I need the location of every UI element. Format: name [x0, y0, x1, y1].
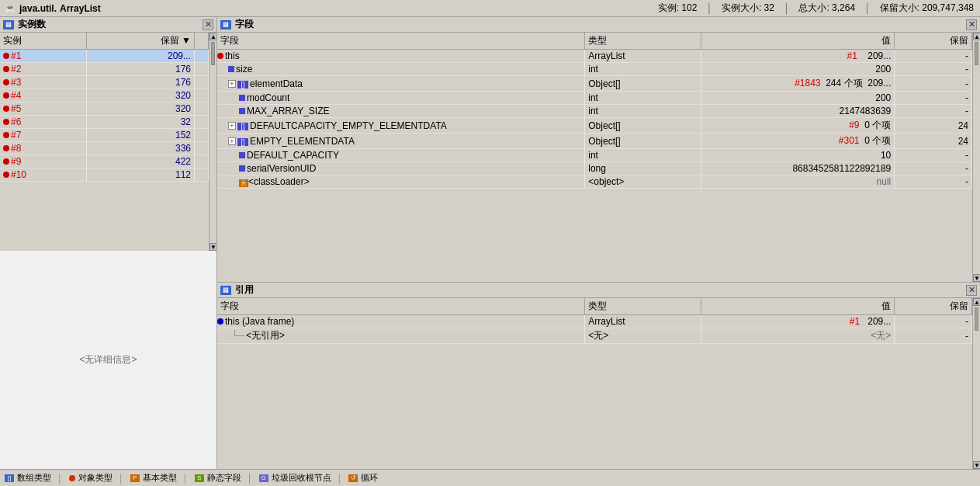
instance-row[interactable]: #10 112: [0, 168, 209, 182]
field-retained: 24: [895, 134, 972, 149]
field-retained: -: [895, 162, 972, 175]
field-name: +[]elementData: [217, 76, 585, 92]
inst-dot-icon: [3, 53, 9, 59]
field-value: 200: [701, 92, 894, 105]
ref-row[interactable]: └─<无引用> <无> <无> -: [217, 328, 972, 344]
field-row[interactable]: modCount int 200 -: [217, 92, 972, 105]
field-row[interactable]: +[]EMPTY_ELEMENTDATA Object[] #301 0 个项 …: [217, 134, 972, 149]
object-type-icon: [69, 475, 75, 481]
no-detail-text: <无详细信息>: [79, 353, 137, 366]
instance-row[interactable]: #2 176: [0, 63, 209, 76]
inst-dot-icon: [3, 132, 9, 138]
inst-col-icon: [195, 116, 209, 129]
field-scroll-down[interactable]: ▼: [973, 274, 980, 282]
field-panel-icon: ▤: [220, 20, 231, 30]
scroll-thumb[interactable]: [211, 42, 215, 65]
stat-total-size: 总大小: 3,264: [798, 2, 855, 15]
instance-row[interactable]: #1 209...: [0, 50, 209, 63]
field-type: int: [585, 63, 701, 76]
gc-root-icon: G: [259, 474, 268, 482]
expand-button[interactable]: +: [228, 137, 236, 145]
inst-id: #4: [0, 89, 86, 102]
instance-row[interactable]: #6 32: [0, 116, 209, 129]
inst-dot-icon: [3, 158, 9, 165]
field-scroll-track: [973, 67, 980, 274]
instance-row[interactable]: #5 320: [0, 102, 209, 116]
inst-dot-icon: [3, 119, 9, 125]
inst-col-icon: [195, 102, 209, 116]
field-type: int: [585, 92, 701, 105]
scroll-down[interactable]: ▼: [210, 243, 216, 251]
inst-retained: 176: [86, 76, 194, 89]
stat-retained-size: 保留大小: 209,747,348: [880, 2, 974, 15]
instance-row[interactable]: #9 422: [0, 155, 209, 168]
field-type: int: [585, 105, 701, 118]
ref-scrollbar[interactable]: ▲ ▼: [972, 298, 980, 469]
instance-row[interactable]: #3 176: [0, 76, 209, 89]
field-row[interactable]: +[]elementData Object[] #1843 244 个项 209…: [217, 76, 972, 92]
ref-col-name: 字段: [217, 298, 585, 315]
field-value: #301 0 个项: [701, 134, 894, 149]
inst-col-icon: [195, 50, 209, 63]
instance-panel-close[interactable]: ✕: [203, 19, 213, 30]
inst-col-icon: [195, 76, 209, 89]
field-scroll-up[interactable]: ▲: [973, 33, 980, 40]
status-bar: [] 数组类型 │ 对象类型 │ P 基本类型 │ S 静态字段 │ G 垃圾回…: [0, 469, 980, 486]
ref-scroll-thumb[interactable]: [975, 307, 978, 331]
field-arr-icon: []: [237, 81, 248, 89]
field-row[interactable]: MAX_ARRAY_SIZE int 2147483639 -: [217, 105, 972, 118]
expand-button[interactable]: +: [228, 80, 236, 88]
inst-id: #10: [0, 168, 86, 182]
cycle-icon: ↺: [348, 474, 358, 482]
ref-value: <无>: [701, 328, 894, 344]
field-row[interactable]: +[]DEFAULTCAPACITY_EMPTY_ELEMENTDATA Obj…: [217, 118, 972, 134]
ref-col-value: 值: [701, 298, 894, 315]
instance-panel-label: 实例数: [18, 18, 46, 31]
inst-retained: 422: [86, 155, 194, 168]
instance-row[interactable]: #7 152: [0, 129, 209, 142]
field-value: #9 0 个项: [701, 118, 894, 134]
ref-scroll-down[interactable]: ▼: [973, 461, 980, 469]
inst-id: #7: [0, 129, 86, 142]
ref-scroll-up[interactable]: ▲: [973, 298, 980, 306]
field-row[interactable]: serialVersionUID long 868345258112289218…: [217, 162, 972, 175]
inst-retained: 209...: [86, 50, 194, 63]
ref-panel-close[interactable]: ✕: [966, 285, 977, 296]
col-instance: 实例: [0, 33, 86, 50]
field-panel-close[interactable]: ✕: [966, 19, 977, 30]
field-panel-title: ▤ 字段: [220, 18, 254, 31]
expand-button[interactable]: +: [228, 122, 236, 130]
field-value: #1843 244 个项 209...: [701, 76, 894, 92]
field-retained: -: [895, 105, 972, 118]
ref-name: this (Java frame): [217, 315, 585, 328]
stat-instances: 实例: 102: [658, 2, 698, 15]
instance-row[interactable]: #4 320: [0, 89, 209, 102]
col-retained: 保留 ▼: [86, 33, 194, 50]
field-row[interactable]: DEFAULT_CAPACITY int 10 -: [217, 149, 972, 162]
field-row[interactable]: this ArrayList #1 209... -: [217, 50, 972, 63]
col-icon: [195, 33, 209, 50]
inst-dot-icon: [3, 145, 9, 151]
title-stats: 实例: 102 │ 实例大小: 32 │ 总大小: 3,264 │ 保留大小: …: [656, 2, 975, 15]
scroll-up[interactable]: ▲: [210, 33, 216, 40]
inst-id: #2: [0, 63, 86, 76]
inst-dot-icon: [3, 172, 9, 178]
instance-row[interactable]: #8 336: [0, 142, 209, 155]
ref-scroll-track: [973, 332, 980, 461]
field-retained: -: [895, 50, 972, 63]
field-row[interactable]: size int 200 -: [217, 63, 972, 76]
inst-retained: 320: [86, 89, 194, 102]
ref-row[interactable]: this (Java frame) ArrayList #1 209... -: [217, 315, 972, 328]
instance-panel-title: ▤ 实例数: [3, 18, 46, 31]
instance-scrollbar[interactable]: ▲ ▼: [209, 33, 216, 251]
field-col-type: 类型: [585, 33, 701, 50]
field-scrollbar[interactable]: ▲ ▼: [972, 33, 980, 282]
inst-dot-icon: [3, 92, 9, 99]
inst-id: #6: [0, 116, 86, 129]
field-type: <object>: [585, 175, 701, 189]
field-row[interactable]: 🔒<classLoader> <object> null -: [217, 175, 972, 189]
gc-root-label: 垃圾回收根节点: [272, 472, 331, 484]
field-scroll-thumb[interactable]: [975, 42, 978, 65]
right-panel: ▤ 字段 ✕ 字段 类型 值 保留: [217, 17, 980, 469]
field-value: 10: [701, 149, 894, 162]
